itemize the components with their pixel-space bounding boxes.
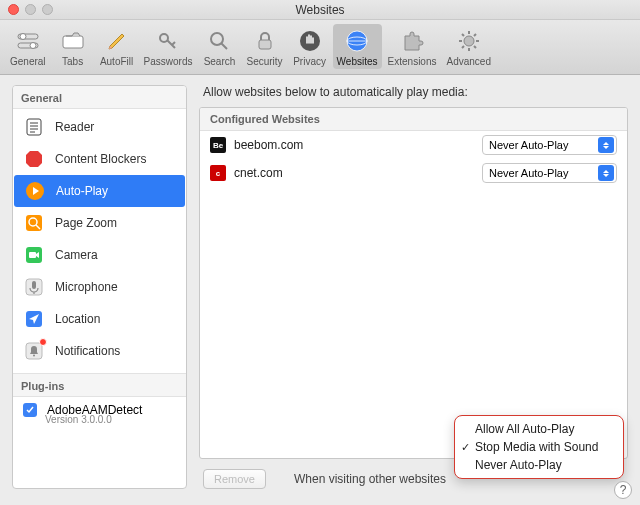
checkbox-checked-icon[interactable] — [23, 403, 37, 417]
sidebar-section-plugins: Plug-ins — [13, 374, 186, 397]
policy-select[interactable]: Never Auto-Play — [482, 135, 617, 155]
toolbar-advanced[interactable]: Advanced — [442, 24, 494, 69]
toolbar-security[interactable]: Security — [242, 24, 286, 69]
remove-button[interactable]: Remove — [203, 469, 266, 489]
key-icon — [154, 27, 182, 55]
menu-item-allow-all[interactable]: Allow All Auto-Play — [455, 420, 623, 438]
svg-rect-4 — [63, 36, 83, 48]
chevrons-icon — [598, 165, 614, 181]
sidebar-item-label: Content Blockers — [55, 152, 146, 166]
sidebar-item-reader[interactable]: Reader — [13, 111, 186, 143]
location-icon — [23, 308, 45, 330]
toolbar-label: Security — [246, 56, 282, 67]
toolbar-extensions[interactable]: Extensions — [384, 24, 441, 69]
policy-value: Never Auto-Play — [489, 167, 568, 179]
toolbar-label: Advanced — [446, 56, 490, 67]
svg-rect-19 — [29, 252, 36, 258]
menu-item-stop-media[interactable]: Stop Media with Sound — [455, 438, 623, 456]
help-button[interactable]: ? — [614, 481, 632, 499]
toolbar-search[interactable]: Search — [198, 24, 240, 69]
svg-point-1 — [20, 34, 26, 40]
toolbar-label: Extensions — [388, 56, 437, 67]
toolbar-passwords[interactable]: Passwords — [140, 24, 197, 69]
content-header: Allow websites below to automatically pl… — [199, 85, 628, 107]
play-icon — [24, 180, 46, 202]
switches-icon — [14, 27, 42, 55]
sidebar-item-label: Reader — [55, 120, 94, 134]
svg-rect-7 — [259, 40, 271, 49]
toolbar-label: Tabs — [62, 56, 83, 67]
site-name: cnet.com — [234, 166, 474, 180]
favicon-icon: c — [210, 165, 226, 181]
sidebar-item-location[interactable]: Location — [13, 303, 186, 335]
window-title: Websites — [0, 3, 640, 17]
plugin-version: Version 3.0.0.0 — [45, 414, 186, 431]
sidebar-item-page-zoom[interactable]: Page Zoom — [13, 207, 186, 239]
site-row[interactable]: Be beebom.com Never Auto-Play — [200, 131, 627, 159]
puzzle-icon — [398, 27, 426, 55]
preferences-toolbar: General Tabs AutoFill Passwords Search S… — [0, 20, 640, 75]
chevrons-icon — [598, 137, 614, 153]
svg-point-3 — [30, 43, 36, 49]
footer-label: When visiting other websites — [294, 472, 446, 486]
toolbar-label: General — [10, 56, 46, 67]
stop-icon — [23, 148, 45, 170]
tabs-icon — [59, 27, 87, 55]
sidebar-item-content-blockers[interactable]: Content Blockers — [13, 143, 186, 175]
sidebar-item-label: Page Zoom — [55, 216, 117, 230]
configured-websites-panel: Configured Websites Be beebom.com Never … — [199, 107, 628, 459]
other-websites-menu[interactable]: Allow All Auto-Play Stop Media with Soun… — [454, 415, 624, 479]
sidebar-item-auto-play[interactable]: Auto-Play — [14, 175, 185, 207]
toolbar-label: Search — [204, 56, 236, 67]
svg-rect-22 — [32, 281, 36, 289]
svg-marker-13 — [26, 151, 42, 167]
toolbar-label: Websites — [337, 56, 378, 67]
favicon-icon: Be — [210, 137, 226, 153]
panel-header: Configured Websites — [200, 108, 627, 131]
titlebar: Websites — [0, 0, 640, 20]
search-icon — [205, 27, 233, 55]
toolbar-general[interactable]: General — [6, 24, 50, 69]
sidebar-item-label: Camera — [55, 248, 98, 262]
camera-icon — [23, 244, 45, 266]
site-name: beebom.com — [234, 138, 474, 152]
microphone-icon — [23, 276, 45, 298]
svg-rect-12 — [27, 119, 41, 135]
sidebar-item-label: Microphone — [55, 280, 118, 294]
site-row[interactable]: c cnet.com Never Auto-Play — [200, 159, 627, 187]
sidebar: General Reader Content Blockers Auto-Pla… — [12, 85, 187, 489]
toolbar-tabs[interactable]: Tabs — [52, 24, 94, 69]
policy-select[interactable]: Never Auto-Play — [482, 163, 617, 183]
lock-icon — [251, 27, 279, 55]
sidebar-list: Reader Content Blockers Auto-Play Page Z… — [13, 109, 186, 369]
toolbar-autofill[interactable]: AutoFill — [96, 24, 138, 69]
toolbar-privacy[interactable]: Privacy — [289, 24, 331, 69]
notification-badge — [39, 338, 47, 346]
toolbar-label: AutoFill — [100, 56, 133, 67]
sidebar-item-label: Notifications — [55, 344, 120, 358]
sidebar-item-label: Auto-Play — [56, 184, 108, 198]
hand-icon — [296, 27, 324, 55]
sidebar-item-label: Location — [55, 312, 100, 326]
sidebar-section-general: General — [13, 86, 186, 109]
toolbar-label: Privacy — [293, 56, 326, 67]
sidebar-item-microphone[interactable]: Microphone — [13, 271, 186, 303]
pencil-icon — [103, 27, 131, 55]
menu-item-never[interactable]: Never Auto-Play — [455, 456, 623, 474]
svg-point-26 — [33, 355, 35, 357]
sidebar-item-camera[interactable]: Camera — [13, 239, 186, 271]
globe-icon — [343, 27, 371, 55]
bell-icon — [23, 340, 45, 362]
policy-value: Never Auto-Play — [489, 139, 568, 151]
toolbar-websites[interactable]: Websites — [333, 24, 382, 69]
reader-icon — [23, 116, 45, 138]
gear-icon — [455, 27, 483, 55]
zoom-icon — [23, 212, 45, 234]
svg-point-11 — [464, 36, 474, 46]
sidebar-item-notifications[interactable]: Notifications — [13, 335, 186, 367]
toolbar-label: Passwords — [144, 56, 193, 67]
svg-point-8 — [300, 31, 320, 51]
